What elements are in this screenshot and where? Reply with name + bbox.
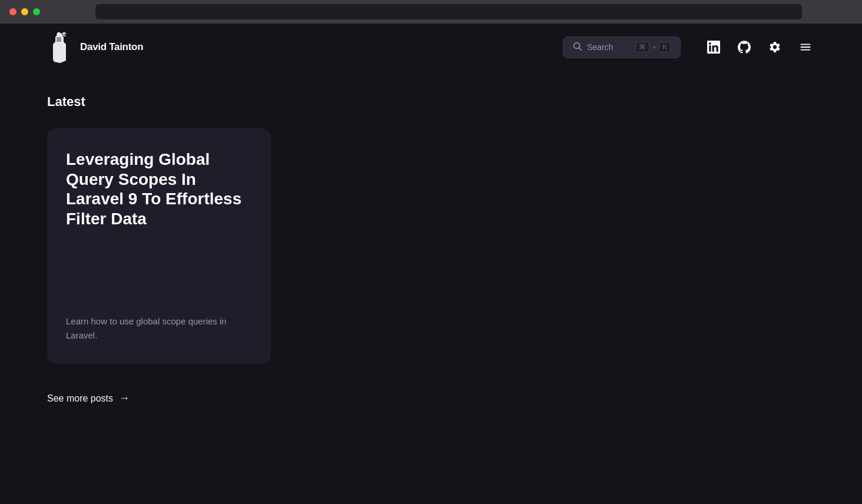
- nav-icons: [704, 38, 815, 57]
- logo-icon: [47, 29, 71, 65]
- address-bar[interactable]: [95, 4, 802, 19]
- post-card[interactable]: Leveraging Global Query Scopes In Larave…: [47, 128, 271, 364]
- app-background: David Tainton Search ⌘ + K: [0, 24, 862, 504]
- see-more-posts-link[interactable]: See more posts →: [47, 392, 815, 404]
- logo-area[interactable]: David Tainton: [47, 29, 143, 65]
- menu-icon[interactable]: [796, 38, 815, 57]
- posts-grid: Leveraging Global Query Scopes In Larave…: [47, 128, 815, 364]
- minimize-button[interactable]: [21, 8, 28, 15]
- main-content: Latest Leveraging Global Query Scopes In…: [0, 71, 862, 428]
- search-button[interactable]: Search ⌘ + K: [563, 37, 681, 58]
- navbar: David Tainton Search ⌘ + K: [0, 24, 862, 71]
- cmd-key: ⌘: [635, 42, 649, 52]
- search-label: Search: [587, 42, 631, 52]
- k-key: K: [659, 42, 671, 52]
- search-shortcut: ⌘ + K: [635, 42, 671, 52]
- site-name: David Tainton: [80, 41, 143, 53]
- close-button[interactable]: [9, 8, 16, 15]
- plus-separator: +: [652, 43, 657, 52]
- window-chrome: [0, 0, 862, 24]
- github-icon[interactable]: [735, 38, 754, 57]
- svg-line-2: [579, 48, 582, 50]
- search-icon: [573, 42, 582, 53]
- arrow-right-icon: →: [119, 392, 130, 404]
- post-excerpt: Learn how to use global scope queries in…: [66, 314, 252, 343]
- section-title: Latest: [47, 94, 815, 110]
- maximize-button[interactable]: [33, 8, 40, 15]
- linkedin-icon[interactable]: [704, 38, 723, 57]
- post-title: Leveraging Global Query Scopes In Larave…: [66, 150, 252, 228]
- see-more-label: See more posts: [47, 393, 113, 404]
- settings-icon[interactable]: [765, 38, 784, 57]
- svg-point-0: [60, 34, 62, 36]
